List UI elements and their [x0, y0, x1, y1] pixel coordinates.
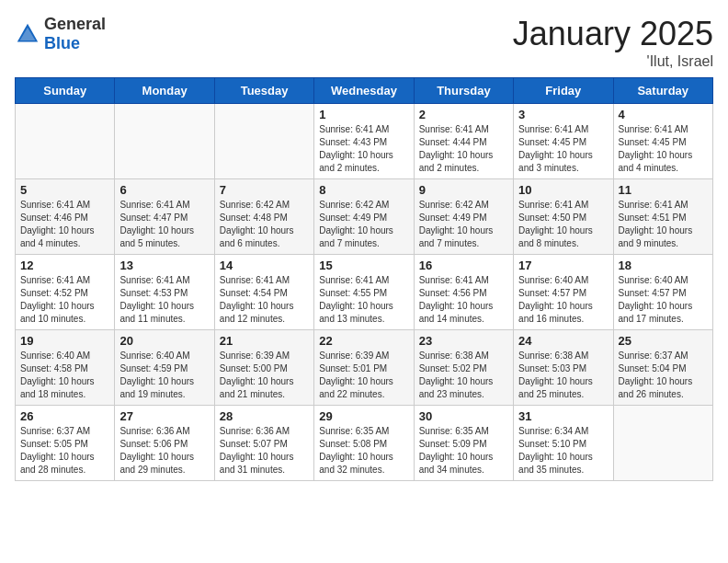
- calendar-cell: 6Sunrise: 6:41 AM Sunset: 4:47 PM Daylig…: [115, 179, 214, 255]
- title-month: January 2025: [513, 15, 713, 53]
- calendar-cell: 1Sunrise: 6:41 AM Sunset: 4:43 PM Daylig…: [314, 104, 414, 179]
- calendar-week-row: 19Sunrise: 6:40 AM Sunset: 4:58 PM Dayli…: [16, 330, 713, 406]
- day-number: 6: [119, 183, 209, 197]
- day-number: 29: [319, 409, 408, 423]
- day-info: Sunrise: 6:42 AM Sunset: 4:48 PM Dayligh…: [220, 199, 309, 250]
- day-number: 1: [319, 108, 408, 121]
- day-number: 16: [419, 259, 508, 272]
- day-number: 18: [619, 259, 708, 272]
- calendar-cell: 18Sunrise: 6:40 AM Sunset: 4:57 PM Dayli…: [613, 255, 712, 330]
- day-info: Sunrise: 6:40 AM Sunset: 4:57 PM Dayligh…: [518, 274, 608, 326]
- title-block: January 2025 'Ilut, Israel: [513, 15, 713, 70]
- day-info: Sunrise: 6:38 AM Sunset: 5:02 PM Dayligh…: [419, 350, 508, 401]
- day-number: 31: [518, 409, 608, 423]
- day-info: Sunrise: 6:41 AM Sunset: 4:56 PM Dayligh…: [419, 274, 508, 326]
- day-info: Sunrise: 6:41 AM Sunset: 4:53 PM Dayligh…: [119, 274, 209, 326]
- day-number: 19: [20, 334, 109, 348]
- calendar-cell: 15Sunrise: 6:41 AM Sunset: 4:55 PM Dayli…: [314, 255, 414, 330]
- day-info: Sunrise: 6:40 AM Sunset: 4:57 PM Dayligh…: [619, 274, 708, 326]
- day-number: 26: [20, 409, 109, 423]
- day-of-week-header: Friday: [514, 78, 613, 104]
- calendar-week-row: 1Sunrise: 6:41 AM Sunset: 4:43 PM Daylig…: [16, 104, 713, 179]
- day-info: Sunrise: 6:35 AM Sunset: 5:08 PM Dayligh…: [319, 425, 408, 477]
- calendar-cell: [613, 406, 712, 481]
- day-info: Sunrise: 6:41 AM Sunset: 4:55 PM Dayligh…: [319, 274, 408, 326]
- day-info: Sunrise: 6:39 AM Sunset: 5:01 PM Dayligh…: [319, 350, 408, 401]
- calendar-cell: 17Sunrise: 6:40 AM Sunset: 4:57 PM Dayli…: [514, 255, 613, 330]
- calendar-cell: 27Sunrise: 6:36 AM Sunset: 5:06 PM Dayli…: [115, 406, 214, 481]
- calendar-cell: 5Sunrise: 6:41 AM Sunset: 4:46 PM Daylig…: [16, 179, 115, 255]
- day-number: 21: [220, 334, 309, 348]
- day-of-week-header: Monday: [115, 78, 214, 104]
- calendar-cell: 8Sunrise: 6:42 AM Sunset: 4:49 PM Daylig…: [314, 179, 414, 255]
- calendar: SundayMondayTuesdayWednesdayThursdayFrid…: [15, 77, 713, 481]
- calendar-cell: 14Sunrise: 6:41 AM Sunset: 4:54 PM Dayli…: [214, 255, 313, 330]
- day-info: Sunrise: 6:41 AM Sunset: 4:46 PM Dayligh…: [20, 199, 109, 250]
- calendar-cell: 22Sunrise: 6:39 AM Sunset: 5:01 PM Dayli…: [314, 330, 414, 406]
- day-info: Sunrise: 6:41 AM Sunset: 4:54 PM Dayligh…: [220, 274, 309, 326]
- day-number: 14: [220, 259, 309, 272]
- day-number: 17: [518, 259, 608, 272]
- day-number: 27: [119, 409, 209, 423]
- day-info: Sunrise: 6:41 AM Sunset: 4:52 PM Dayligh…: [20, 274, 109, 326]
- day-number: 15: [319, 259, 408, 272]
- calendar-cell: 9Sunrise: 6:42 AM Sunset: 4:49 PM Daylig…: [414, 179, 513, 255]
- day-number: 7: [220, 183, 309, 197]
- day-info: Sunrise: 6:34 AM Sunset: 5:10 PM Dayligh…: [518, 425, 608, 477]
- calendar-cell: 23Sunrise: 6:38 AM Sunset: 5:02 PM Dayli…: [414, 330, 513, 406]
- calendar-cell: 25Sunrise: 6:37 AM Sunset: 5:04 PM Dayli…: [613, 330, 712, 406]
- day-info: Sunrise: 6:36 AM Sunset: 5:06 PM Dayligh…: [119, 425, 209, 477]
- day-number: 22: [319, 334, 408, 348]
- calendar-cell: 13Sunrise: 6:41 AM Sunset: 4:53 PM Dayli…: [115, 255, 214, 330]
- day-number: 25: [619, 334, 708, 348]
- day-info: Sunrise: 6:42 AM Sunset: 4:49 PM Dayligh…: [419, 199, 508, 250]
- day-of-week-header: Sunday: [16, 78, 115, 104]
- day-info: Sunrise: 6:41 AM Sunset: 4:51 PM Dayligh…: [619, 199, 708, 250]
- calendar-cell: 11Sunrise: 6:41 AM Sunset: 4:51 PM Dayli…: [613, 179, 712, 255]
- calendar-cell: 12Sunrise: 6:41 AM Sunset: 4:52 PM Dayli…: [16, 255, 115, 330]
- day-info: Sunrise: 6:40 AM Sunset: 4:58 PM Dayligh…: [20, 350, 109, 401]
- day-info: Sunrise: 6:41 AM Sunset: 4:45 PM Dayligh…: [619, 123, 708, 175]
- day-number: 9: [419, 183, 508, 197]
- day-info: Sunrise: 6:41 AM Sunset: 4:43 PM Dayligh…: [319, 123, 408, 175]
- calendar-cell: 30Sunrise: 6:35 AM Sunset: 5:09 PM Dayli…: [414, 406, 513, 481]
- calendar-cell: 2Sunrise: 6:41 AM Sunset: 4:44 PM Daylig…: [414, 104, 513, 179]
- calendar-cell: 16Sunrise: 6:41 AM Sunset: 4:56 PM Dayli…: [414, 255, 513, 330]
- page-header: General Blue January 2025 'Ilut, Israel: [15, 15, 713, 70]
- day-number: 3: [518, 108, 608, 121]
- day-number: 10: [518, 183, 608, 197]
- calendar-cell: [115, 104, 214, 179]
- calendar-cell: 26Sunrise: 6:37 AM Sunset: 5:05 PM Dayli…: [16, 406, 115, 481]
- calendar-week-row: 12Sunrise: 6:41 AM Sunset: 4:52 PM Dayli…: [16, 255, 713, 330]
- logo: General Blue: [15, 15, 106, 53]
- day-info: Sunrise: 6:38 AM Sunset: 5:03 PM Dayligh…: [518, 350, 608, 401]
- calendar-cell: 20Sunrise: 6:40 AM Sunset: 4:59 PM Dayli…: [115, 330, 214, 406]
- day-of-week-header: Thursday: [414, 78, 513, 104]
- day-info: Sunrise: 6:37 AM Sunset: 5:04 PM Dayligh…: [619, 350, 708, 401]
- calendar-cell: [214, 104, 313, 179]
- day-number: 20: [119, 334, 209, 348]
- calendar-cell: 21Sunrise: 6:39 AM Sunset: 5:00 PM Dayli…: [214, 330, 313, 406]
- calendar-cell: 28Sunrise: 6:36 AM Sunset: 5:07 PM Dayli…: [214, 406, 313, 481]
- day-number: 5: [20, 183, 109, 197]
- logo-general: General: [44, 15, 106, 33]
- logo-blue: Blue: [44, 34, 80, 52]
- logo-icon: [15, 21, 40, 47]
- day-of-week-header: Tuesday: [214, 78, 313, 104]
- day-info: Sunrise: 6:41 AM Sunset: 4:44 PM Dayligh…: [419, 123, 508, 175]
- day-info: Sunrise: 6:37 AM Sunset: 5:05 PM Dayligh…: [20, 425, 109, 477]
- calendar-week-row: 5Sunrise: 6:41 AM Sunset: 4:46 PM Daylig…: [16, 179, 713, 255]
- day-info: Sunrise: 6:42 AM Sunset: 4:49 PM Dayligh…: [319, 199, 408, 250]
- day-info: Sunrise: 6:41 AM Sunset: 4:47 PM Dayligh…: [119, 199, 209, 250]
- day-number: 8: [319, 183, 408, 197]
- logo-text: General Blue: [44, 15, 106, 53]
- calendar-cell: 7Sunrise: 6:42 AM Sunset: 4:48 PM Daylig…: [214, 179, 313, 255]
- calendar-week-row: 26Sunrise: 6:37 AM Sunset: 5:05 PM Dayli…: [16, 406, 713, 481]
- day-info: Sunrise: 6:40 AM Sunset: 4:59 PM Dayligh…: [119, 350, 209, 401]
- calendar-cell: 19Sunrise: 6:40 AM Sunset: 4:58 PM Dayli…: [16, 330, 115, 406]
- calendar-cell: 24Sunrise: 6:38 AM Sunset: 5:03 PM Dayli…: [514, 330, 613, 406]
- day-number: 13: [119, 259, 209, 272]
- day-info: Sunrise: 6:41 AM Sunset: 4:50 PM Dayligh…: [518, 199, 608, 250]
- day-info: Sunrise: 6:36 AM Sunset: 5:07 PM Dayligh…: [220, 425, 309, 477]
- title-location: 'Ilut, Israel: [513, 53, 713, 70]
